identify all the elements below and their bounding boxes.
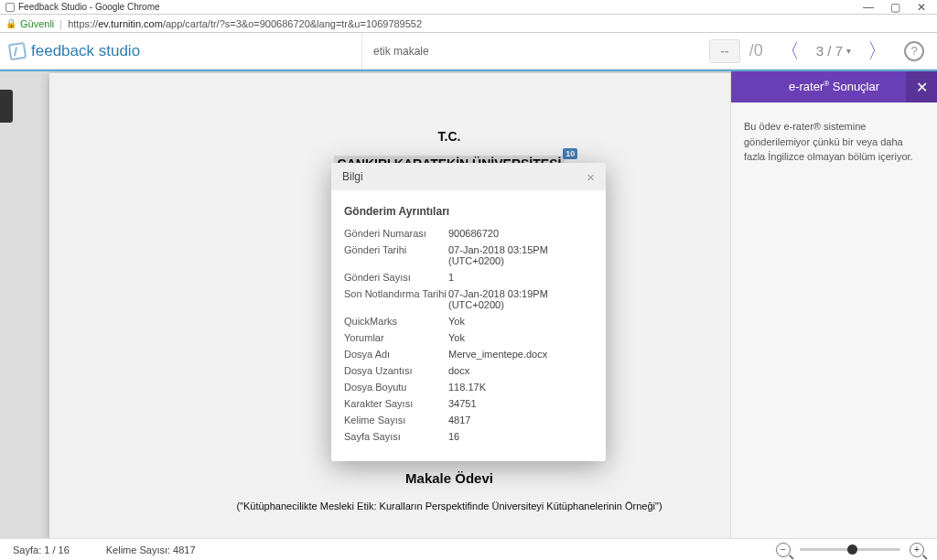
detail-value: 900686720 (448, 228, 593, 239)
detail-value: Yok (448, 316, 593, 327)
browser-addressbar: 🔒 Güvenli | https://ev.turnitin.com/app/… (0, 15, 937, 33)
detail-value: 07-Jan-2018 03:15PM (UTC+0200) (448, 244, 593, 266)
zoom-slider[interactable] (800, 548, 900, 551)
detail-value: 4817 (448, 415, 593, 425)
brand[interactable]: feedback studio (0, 42, 140, 60)
detail-key: QuickMarks (344, 316, 448, 327)
info-modal: Bilgi × Gönderim Ayrıntıları Gönderi Num… (331, 163, 606, 461)
info-modal-section-title: Gönderim Ayrıntıları (344, 205, 593, 218)
close-window-button[interactable]: ✕ (917, 1, 926, 14)
brand-icon (8, 41, 27, 59)
doc-subtitle: ("Kütüphanecilikte Mesleki Etik: Kuralla… (49, 501, 849, 512)
url-domain: ev.turnitin.com (98, 18, 163, 29)
window-title: Feedback Studio - Google Chrome (18, 2, 160, 12)
info-modal-title: Bilgi (342, 170, 363, 183)
os-titlebar: Feedback Studio - Google Chrome — ▢ ✕ (0, 0, 937, 15)
status-words: Kelime Sayısı: 4817 (106, 544, 196, 555)
panel-close-button[interactable]: ✕ (906, 71, 937, 102)
zoom-in-icon[interactable]: + (910, 543, 924, 557)
info-modal-close-button[interactable]: × (587, 169, 595, 185)
detail-key: Sayfa Sayısı (344, 431, 448, 442)
erater-panel: e-rater® Sonuçlar ✕ Bu ödev e-rater® sis… (730, 71, 937, 538)
paper-position-dropdown[interactable]: 3 / 7 ▾ (816, 43, 851, 59)
detail-key: Yorumlar (344, 332, 448, 343)
detail-key: Son Notlandırma Tarihi (344, 288, 448, 310)
detail-row: QuickMarksYok (344, 313, 593, 329)
detail-key: Dosya Uzantısı (344, 365, 448, 376)
left-drawer-handle[interactable] (0, 90, 13, 123)
detail-key: Kelime Sayısı (344, 415, 448, 425)
detail-row: Gönderi Tarihi07-Jan-2018 03:15PM (UTC+0… (344, 242, 593, 269)
caret-down-icon: ▾ (846, 46, 851, 56)
info-modal-header: Bilgi × (331, 163, 606, 190)
url-scheme: https:// (68, 18, 98, 29)
app-header: feedback studio etik makale -- /0 〈 3 / … (0, 33, 937, 70)
doc-line-tc: T.C. (435, 128, 465, 145)
detail-value: 16 (448, 431, 593, 442)
detail-key: Karakter Sayısı (344, 398, 448, 409)
detail-key: Dosya Adı (344, 349, 448, 360)
detail-row: Dosya AdıMerve_imentepe.docx (344, 346, 593, 362)
url-path: /app/carta/tr/?s=3&o=900686720&lang=tr&u… (163, 18, 422, 29)
help-label: ? (910, 44, 917, 58)
erater-panel-header: e-rater® Sonuçlar ✕ (731, 71, 937, 102)
grade-total: /0 (749, 41, 763, 60)
detail-value: 1 (448, 272, 593, 283)
lock-icon: 🔒 (5, 18, 16, 28)
doc-heading-makale: Makale Ödevi (49, 470, 849, 486)
detail-value: Yok (448, 332, 593, 343)
prev-paper-button[interactable]: 〈 (772, 38, 807, 65)
detail-key: Gönderi Numarası (344, 228, 448, 239)
zoom-out-icon[interactable]: − (776, 543, 791, 557)
grade-value: -- (720, 44, 728, 59)
detail-row: Karakter Sayısı34751 (344, 395, 593, 412)
detail-value: 34751 (448, 398, 593, 409)
detail-value: 07-Jan-2018 03:19PM (UTC+0200) (448, 288, 593, 310)
minimize-button[interactable]: — (863, 1, 874, 14)
divider: | (59, 18, 62, 29)
detail-row: Gönderi Numarası900686720 (344, 225, 593, 242)
maximize-button[interactable]: ▢ (890, 1, 900, 14)
detail-row: Gönderi Sayısı1 (344, 269, 593, 285)
similarity-marker-10[interactable]: 10 (563, 148, 577, 159)
help-button[interactable]: ? (904, 41, 924, 61)
url[interactable]: https://ev.turnitin.com/app/carta/tr/?s=… (68, 18, 422, 29)
secure-label: Güvenli (20, 18, 54, 29)
status-bar: Sayfa: 1 / 16 Kelime Sayısı: 4817 − + (0, 538, 937, 560)
detail-key: Gönderi Tarihi (344, 244, 448, 266)
detail-row: Dosya Uzantısıdocx (344, 362, 593, 379)
info-modal-rows: Gönderi Numarası900686720Gönderi Tarihi0… (344, 225, 593, 445)
next-paper-button[interactable]: 〉 (860, 38, 895, 65)
status-page: Sayfa: 1 / 16 (13, 544, 70, 555)
detail-row: YorumlarYok (344, 329, 593, 346)
document-title: etik makale (373, 45, 429, 58)
erater-panel-message: Bu ödev e-rater® sistemine gönderilemiyo… (731, 102, 937, 181)
grade-input[interactable]: -- (709, 39, 740, 63)
detail-row: Sayfa Sayısı16 (344, 428, 593, 445)
detail-key: Gönderi Sayısı (344, 272, 448, 283)
detail-row: Son Notlandırma Tarihi07-Jan-2018 03:19P… (344, 285, 593, 313)
app-icon (5, 3, 15, 12)
detail-value: docx (448, 365, 593, 376)
paper-position-label: 3 / 7 (816, 43, 843, 59)
brand-text: feedback studio (31, 42, 140, 60)
detail-row: Dosya Boyutu118.17K (344, 379, 593, 395)
detail-key: Dosya Boyutu (344, 382, 448, 393)
detail-value: 118.17K (448, 382, 593, 393)
erater-panel-title: e-rater® Sonuçlar (789, 80, 879, 93)
detail-value: Merve_imentepe.docx (448, 349, 593, 360)
detail-row: Kelime Sayısı4817 (344, 412, 593, 428)
zoom-slider-knob[interactable] (847, 544, 857, 555)
